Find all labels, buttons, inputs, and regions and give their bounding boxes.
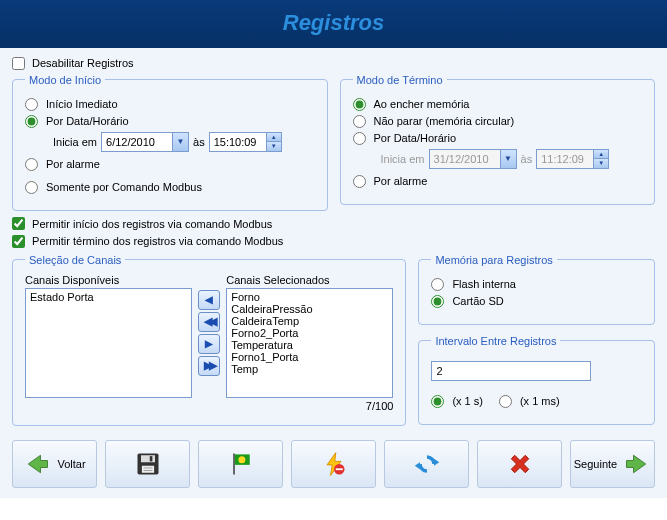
end-fullmem-label: Ao encher memória [374, 98, 470, 110]
spin-down-icon[interactable]: ▼ [267, 142, 281, 151]
dropdown-icon: ▼ [500, 150, 516, 168]
save-button[interactable] [105, 440, 190, 488]
spin-up-icon: ▲ [594, 150, 608, 159]
interval-unit-ms-label: (x 1 ms) [520, 395, 560, 407]
delete-button[interactable] [477, 440, 562, 488]
interval-unit-s-label: (x 1 s) [452, 395, 483, 407]
flag-button[interactable] [198, 440, 283, 488]
memory-flash-radio[interactable] [431, 278, 444, 291]
interval-group: Intervalo Entre Registros (x 1 s) (x 1 m… [418, 335, 655, 425]
svg-rect-5 [143, 470, 152, 471]
svg-rect-6 [233, 453, 235, 474]
list-item[interactable]: Forno1_Porta [229, 351, 390, 363]
lightning-button[interactable] [291, 440, 376, 488]
move-left-button[interactable]: ◀ [198, 290, 220, 310]
list-item[interactable]: Forno [229, 291, 390, 303]
svg-point-7 [238, 456, 245, 463]
end-circular-radio[interactable] [353, 115, 366, 128]
end-date-input [430, 150, 500, 168]
content-area: Desabilitar Registros Modo de Início Iní… [0, 48, 667, 434]
memory-group: Memória para Registros Flash interna Car… [418, 254, 655, 325]
back-button[interactable]: Voltar [12, 440, 97, 488]
arrow-right-icon [623, 450, 651, 478]
start-byalarm-label: Por alarme [46, 158, 100, 170]
x-icon [506, 450, 534, 478]
end-at-sep: às [521, 153, 533, 165]
move-all-left-button[interactable]: ◀◀ [198, 312, 220, 332]
spin-up-icon[interactable]: ▲ [267, 133, 281, 142]
start-immediate-label: Início Imediato [46, 98, 118, 110]
move-right-button[interactable]: ▶ [198, 334, 220, 354]
channels-available-label: Canais Disponíveis [25, 274, 192, 286]
channels-selected-label: Canais Selecionados [226, 274, 393, 286]
end-fullmem-radio[interactable] [353, 98, 366, 111]
list-item[interactable]: Forno2_Porta [229, 327, 390, 339]
interval-unit-s-radio[interactable] [431, 395, 444, 408]
start-mode-group: Modo de Início Início Imediato Por Data/… [12, 74, 328, 211]
interval-unit-ms-radio[interactable] [499, 395, 512, 408]
list-item[interactable]: CaldeiraTemp [229, 315, 390, 327]
arrow-left-icon [23, 450, 51, 478]
allow-modbus-start-checkbox[interactable] [12, 217, 25, 230]
disable-registers-checkbox[interactable] [12, 57, 25, 70]
channels-available-list[interactable]: Estado Porta [25, 288, 192, 398]
svg-rect-4 [143, 467, 152, 468]
memory-sd-label: Cartão SD [452, 295, 503, 307]
flag-icon [227, 450, 255, 478]
memory-sd-radio[interactable] [431, 295, 444, 308]
dropdown-icon[interactable]: ▼ [172, 133, 188, 151]
memory-legend: Memória para Registros [431, 254, 556, 266]
start-date-combo[interactable]: ▼ [101, 132, 189, 152]
list-item[interactable]: Estado Porta [28, 291, 189, 303]
interval-input[interactable] [431, 361, 591, 381]
list-item[interactable]: Temperatura [229, 339, 390, 351]
end-mode-group: Modo de Término Ao encher memória Não pa… [340, 74, 656, 205]
start-modbus-label: Somente por Comando Modbus [46, 181, 202, 193]
end-time-spinner: ▲▼ [536, 149, 609, 169]
end-mode-legend: Modo de Término [353, 74, 447, 86]
floppy-icon [134, 450, 162, 478]
start-modbus-radio[interactable] [25, 181, 38, 194]
header: Registros [0, 0, 667, 48]
start-immediate-radio[interactable] [25, 98, 38, 111]
start-bydate-label: Por Data/Horário [46, 115, 129, 127]
svg-rect-9 [335, 468, 342, 470]
start-time-spinner[interactable]: ▲▼ [209, 132, 282, 152]
start-bydate-radio[interactable] [25, 115, 38, 128]
list-item[interactable]: CaldeiraPressão [229, 303, 390, 315]
end-byalarm-label: Por alarme [374, 175, 428, 187]
back-label: Voltar [57, 458, 85, 470]
allow-modbus-start-label: Permitir início dos registros via comand… [32, 218, 272, 230]
start-byalarm-radio[interactable] [25, 158, 38, 171]
memory-flash-label: Flash interna [452, 278, 516, 290]
end-time-input [537, 150, 593, 168]
start-at-label: Inicia em [53, 136, 97, 148]
channels-selected-list[interactable]: FornoCaldeiraPressãoCaldeiraTempForno2_P… [226, 288, 393, 398]
interval-legend: Intervalo Entre Registros [431, 335, 560, 347]
list-item[interactable]: Temp [229, 363, 390, 375]
move-all-right-button[interactable]: ▶▶ [198, 356, 220, 376]
disable-registers-label: Desabilitar Registros [32, 57, 133, 69]
svg-rect-1 [141, 455, 155, 462]
next-button[interactable]: Seguinte [570, 440, 655, 488]
channel-selection-group: Seleção de Canais Canais Disponíveis Est… [12, 254, 406, 426]
allow-modbus-end-checkbox[interactable] [12, 235, 25, 248]
channels-count: 7/100 [226, 400, 393, 412]
refresh-icon [413, 450, 441, 478]
start-at-sep: às [193, 136, 205, 148]
svg-rect-3 [141, 466, 153, 473]
start-mode-legend: Modo de Início [25, 74, 105, 86]
svg-rect-2 [149, 456, 152, 461]
start-date-input[interactable] [102, 133, 172, 151]
refresh-button[interactable] [384, 440, 469, 488]
end-date-combo: ▼ [429, 149, 517, 169]
start-time-input[interactable] [210, 133, 266, 151]
allow-modbus-end-label: Permitir término dos registros via coman… [32, 235, 283, 247]
next-label: Seguinte [574, 458, 617, 470]
end-circular-label: Não parar (memória circular) [374, 115, 515, 127]
footer-toolbar: Voltar Seguinte [0, 434, 667, 498]
end-bydate-radio[interactable] [353, 132, 366, 145]
end-byalarm-radio[interactable] [353, 175, 366, 188]
channel-selection-legend: Seleção de Canais [25, 254, 125, 266]
page-title: Registros [0, 0, 667, 36]
